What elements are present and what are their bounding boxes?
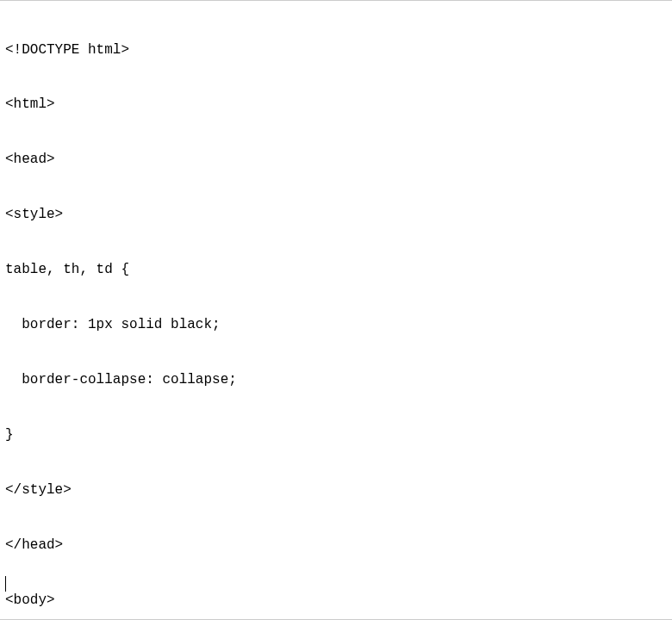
code-line[interactable]: <head>: [5, 151, 667, 169]
text-cursor: [5, 576, 6, 592]
code-line[interactable]: table, th, td {: [5, 261, 667, 279]
code-line[interactable]: <!DOCTYPE html>: [5, 41, 667, 59]
code-line[interactable]: </head>: [5, 536, 667, 555]
code-line[interactable]: }: [5, 426, 667, 444]
code-line[interactable]: <html>: [5, 96, 667, 114]
code-line[interactable]: <body>: [5, 592, 667, 610]
code-line[interactable]: </style>: [5, 481, 667, 499]
code-line[interactable]: <style>: [5, 206, 667, 224]
code-editor[interactable]: <!DOCTYPE html> <html> <head> <style> ta…: [5, 4, 667, 620]
code-line[interactable]: border: 1px solid black;: [5, 316, 667, 334]
code-line[interactable]: border-collapse: collapse;: [5, 371, 667, 389]
